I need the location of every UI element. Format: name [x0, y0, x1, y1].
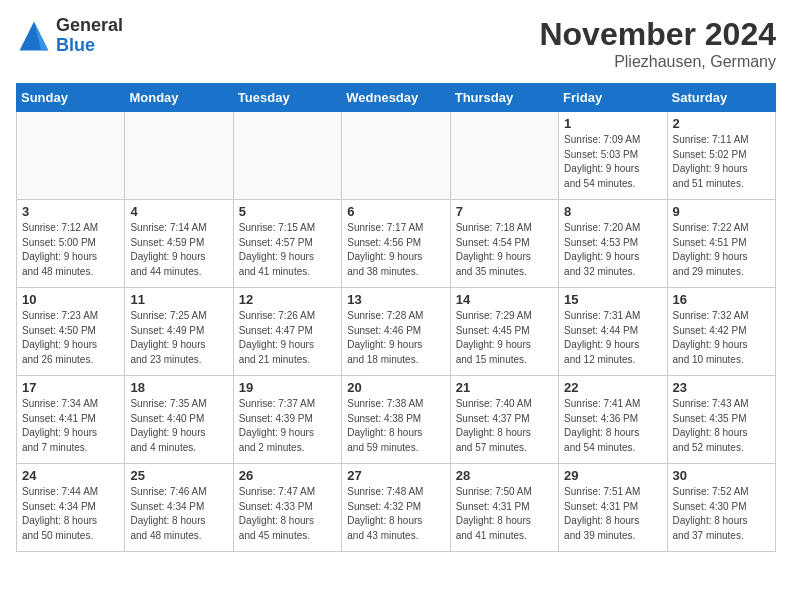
day-cell: 25Sunrise: 7:46 AMSunset: 4:34 PMDayligh… — [125, 464, 233, 552]
day-cell: 2Sunrise: 7:11 AMSunset: 5:02 PMDaylight… — [667, 112, 775, 200]
day-number: 18 — [130, 380, 227, 395]
day-info: Sunrise: 7:48 AMSunset: 4:32 PMDaylight:… — [347, 485, 444, 543]
day-number: 19 — [239, 380, 336, 395]
day-cell — [125, 112, 233, 200]
day-number: 17 — [22, 380, 119, 395]
day-cell: 19Sunrise: 7:37 AMSunset: 4:39 PMDayligh… — [233, 376, 341, 464]
day-number: 10 — [22, 292, 119, 307]
day-cell: 6Sunrise: 7:17 AMSunset: 4:56 PMDaylight… — [342, 200, 450, 288]
page-header: General Blue November 2024 Pliezhausen, … — [16, 16, 776, 71]
day-cell: 4Sunrise: 7:14 AMSunset: 4:59 PMDaylight… — [125, 200, 233, 288]
day-cell: 5Sunrise: 7:15 AMSunset: 4:57 PMDaylight… — [233, 200, 341, 288]
day-info: Sunrise: 7:29 AMSunset: 4:45 PMDaylight:… — [456, 309, 553, 367]
day-cell: 13Sunrise: 7:28 AMSunset: 4:46 PMDayligh… — [342, 288, 450, 376]
day-info: Sunrise: 7:32 AMSunset: 4:42 PMDaylight:… — [673, 309, 770, 367]
header-friday: Friday — [559, 84, 667, 112]
header-wednesday: Wednesday — [342, 84, 450, 112]
day-cell: 22Sunrise: 7:41 AMSunset: 4:36 PMDayligh… — [559, 376, 667, 464]
day-info: Sunrise: 7:51 AMSunset: 4:31 PMDaylight:… — [564, 485, 661, 543]
day-info: Sunrise: 7:43 AMSunset: 4:35 PMDaylight:… — [673, 397, 770, 455]
day-info: Sunrise: 7:34 AMSunset: 4:41 PMDaylight:… — [22, 397, 119, 455]
day-cell — [233, 112, 341, 200]
week-row-0: 1Sunrise: 7:09 AMSunset: 5:03 PMDaylight… — [17, 112, 776, 200]
day-cell: 3Sunrise: 7:12 AMSunset: 5:00 PMDaylight… — [17, 200, 125, 288]
calendar-table: SundayMondayTuesdayWednesdayThursdayFrid… — [16, 83, 776, 552]
day-number: 25 — [130, 468, 227, 483]
day-cell: 16Sunrise: 7:32 AMSunset: 4:42 PMDayligh… — [667, 288, 775, 376]
day-cell: 1Sunrise: 7:09 AMSunset: 5:03 PMDaylight… — [559, 112, 667, 200]
week-row-4: 24Sunrise: 7:44 AMSunset: 4:34 PMDayligh… — [17, 464, 776, 552]
day-number: 4 — [130, 204, 227, 219]
day-number: 29 — [564, 468, 661, 483]
day-number: 7 — [456, 204, 553, 219]
day-info: Sunrise: 7:09 AMSunset: 5:03 PMDaylight:… — [564, 133, 661, 191]
day-number: 15 — [564, 292, 661, 307]
day-cell: 17Sunrise: 7:34 AMSunset: 4:41 PMDayligh… — [17, 376, 125, 464]
day-cell: 8Sunrise: 7:20 AMSunset: 4:53 PMDaylight… — [559, 200, 667, 288]
day-cell: 27Sunrise: 7:48 AMSunset: 4:32 PMDayligh… — [342, 464, 450, 552]
day-info: Sunrise: 7:40 AMSunset: 4:37 PMDaylight:… — [456, 397, 553, 455]
logo-text: General Blue — [56, 16, 123, 56]
day-info: Sunrise: 7:52 AMSunset: 4:30 PMDaylight:… — [673, 485, 770, 543]
day-info: Sunrise: 7:47 AMSunset: 4:33 PMDaylight:… — [239, 485, 336, 543]
day-cell — [17, 112, 125, 200]
day-cell: 23Sunrise: 7:43 AMSunset: 4:35 PMDayligh… — [667, 376, 775, 464]
week-row-2: 10Sunrise: 7:23 AMSunset: 4:50 PMDayligh… — [17, 288, 776, 376]
day-cell — [342, 112, 450, 200]
day-info: Sunrise: 7:20 AMSunset: 4:53 PMDaylight:… — [564, 221, 661, 279]
day-info: Sunrise: 7:14 AMSunset: 4:59 PMDaylight:… — [130, 221, 227, 279]
day-number: 9 — [673, 204, 770, 219]
day-cell: 18Sunrise: 7:35 AMSunset: 4:40 PMDayligh… — [125, 376, 233, 464]
week-row-1: 3Sunrise: 7:12 AMSunset: 5:00 PMDaylight… — [17, 200, 776, 288]
day-number: 30 — [673, 468, 770, 483]
day-info: Sunrise: 7:17 AMSunset: 4:56 PMDaylight:… — [347, 221, 444, 279]
day-cell: 10Sunrise: 7:23 AMSunset: 4:50 PMDayligh… — [17, 288, 125, 376]
day-number: 27 — [347, 468, 444, 483]
day-cell: 20Sunrise: 7:38 AMSunset: 4:38 PMDayligh… — [342, 376, 450, 464]
day-info: Sunrise: 7:31 AMSunset: 4:44 PMDaylight:… — [564, 309, 661, 367]
day-number: 11 — [130, 292, 227, 307]
day-number: 8 — [564, 204, 661, 219]
header-sunday: Sunday — [17, 84, 125, 112]
day-number: 20 — [347, 380, 444, 395]
day-cell: 24Sunrise: 7:44 AMSunset: 4:34 PMDayligh… — [17, 464, 125, 552]
day-number: 16 — [673, 292, 770, 307]
day-info: Sunrise: 7:23 AMSunset: 4:50 PMDaylight:… — [22, 309, 119, 367]
location: Pliezhausen, Germany — [539, 53, 776, 71]
calendar-header-row: SundayMondayTuesdayWednesdayThursdayFrid… — [17, 84, 776, 112]
day-number: 6 — [347, 204, 444, 219]
day-info: Sunrise: 7:37 AMSunset: 4:39 PMDaylight:… — [239, 397, 336, 455]
day-number: 28 — [456, 468, 553, 483]
day-number: 14 — [456, 292, 553, 307]
day-cell: 29Sunrise: 7:51 AMSunset: 4:31 PMDayligh… — [559, 464, 667, 552]
day-cell — [450, 112, 558, 200]
day-cell: 9Sunrise: 7:22 AMSunset: 4:51 PMDaylight… — [667, 200, 775, 288]
day-info: Sunrise: 7:38 AMSunset: 4:38 PMDaylight:… — [347, 397, 444, 455]
logo-general-text: General — [56, 16, 123, 36]
day-cell: 12Sunrise: 7:26 AMSunset: 4:47 PMDayligh… — [233, 288, 341, 376]
day-cell: 28Sunrise: 7:50 AMSunset: 4:31 PMDayligh… — [450, 464, 558, 552]
day-info: Sunrise: 7:18 AMSunset: 4:54 PMDaylight:… — [456, 221, 553, 279]
day-info: Sunrise: 7:26 AMSunset: 4:47 PMDaylight:… — [239, 309, 336, 367]
header-saturday: Saturday — [667, 84, 775, 112]
day-number: 1 — [564, 116, 661, 131]
day-number: 5 — [239, 204, 336, 219]
day-number: 3 — [22, 204, 119, 219]
day-cell: 11Sunrise: 7:25 AMSunset: 4:49 PMDayligh… — [125, 288, 233, 376]
day-info: Sunrise: 7:22 AMSunset: 4:51 PMDaylight:… — [673, 221, 770, 279]
day-number: 2 — [673, 116, 770, 131]
day-number: 12 — [239, 292, 336, 307]
day-info: Sunrise: 7:35 AMSunset: 4:40 PMDaylight:… — [130, 397, 227, 455]
day-number: 26 — [239, 468, 336, 483]
day-number: 22 — [564, 380, 661, 395]
day-cell: 7Sunrise: 7:18 AMSunset: 4:54 PMDaylight… — [450, 200, 558, 288]
logo: General Blue — [16, 16, 123, 56]
header-tuesday: Tuesday — [233, 84, 341, 112]
day-info: Sunrise: 7:41 AMSunset: 4:36 PMDaylight:… — [564, 397, 661, 455]
logo-icon — [16, 18, 52, 54]
day-info: Sunrise: 7:25 AMSunset: 4:49 PMDaylight:… — [130, 309, 227, 367]
day-number: 23 — [673, 380, 770, 395]
day-info: Sunrise: 7:11 AMSunset: 5:02 PMDaylight:… — [673, 133, 770, 191]
day-info: Sunrise: 7:12 AMSunset: 5:00 PMDaylight:… — [22, 221, 119, 279]
header-thursday: Thursday — [450, 84, 558, 112]
